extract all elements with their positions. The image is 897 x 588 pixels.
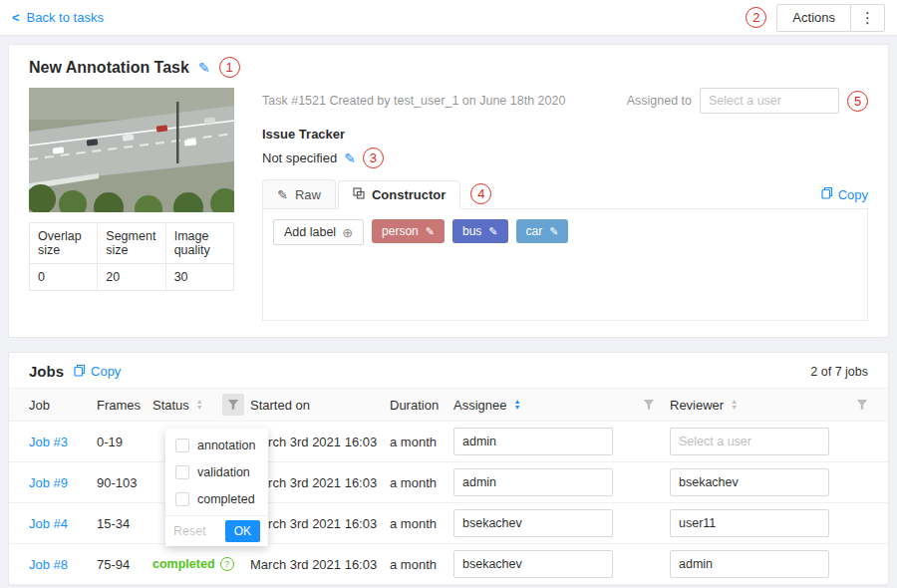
started-cell: March 3rd 2021 16:03 bbox=[250, 475, 390, 490]
edit-label-icon[interactable]: ✎ bbox=[426, 225, 435, 238]
copy-jobs-label: Copy bbox=[91, 364, 121, 379]
checkbox-completed[interactable] bbox=[175, 492, 189, 506]
duration-cell: a month bbox=[390, 475, 453, 490]
ellipsis-icon: ⋮ bbox=[860, 9, 875, 26]
label-tag-bus[interactable]: bus ✎ bbox=[452, 219, 508, 243]
edit-label-icon[interactable]: ✎ bbox=[488, 225, 497, 238]
reviewer-input[interactable] bbox=[670, 509, 829, 537]
plus-circle-icon: ⊕ bbox=[342, 225, 353, 240]
label-tag-bus-name: bus bbox=[462, 224, 481, 238]
job-link[interactable]: Job #4 bbox=[29, 516, 68, 531]
column-header-frames: Frames bbox=[97, 398, 152, 413]
copy-icon bbox=[74, 364, 86, 380]
sort-assignee-icon[interactable]: ▲▼ bbox=[513, 399, 520, 411]
status-filter-dropdown: annotation validation completed Reset OK bbox=[165, 429, 268, 546]
param-value-quality: 30 bbox=[165, 264, 233, 291]
copy-labels-link[interactable]: Copy bbox=[821, 186, 868, 202]
back-to-tasks-link[interactable]: < Back to tasks bbox=[12, 10, 104, 25]
labels-constructor-area: Add label ⊕ person ✎ bus ✎ car ✎ bbox=[262, 209, 868, 321]
reviewer-input[interactable] bbox=[670, 550, 829, 578]
task-preview-image bbox=[29, 88, 234, 212]
tab-constructor[interactable]: Constructor bbox=[338, 180, 460, 209]
duration-cell: a month bbox=[390, 435, 453, 449]
back-chevron-icon: < bbox=[12, 10, 20, 25]
job-link[interactable]: Job #8 bbox=[29, 557, 68, 572]
frames-cell: 0-19 bbox=[97, 435, 152, 449]
tab-raw[interactable]: ✎ Raw bbox=[262, 179, 336, 208]
param-value-overlap: 0 bbox=[30, 264, 98, 291]
filter-option-annotation-label: annotation bbox=[197, 439, 255, 452]
sort-status-icon[interactable]: ▲▼ bbox=[196, 399, 203, 411]
duration-cell: a month bbox=[390, 557, 453, 572]
column-header-duration: Duration bbox=[390, 398, 453, 413]
column-header-assignee: Assignee ▲▼ bbox=[453, 398, 628, 413]
checkbox-annotation[interactable] bbox=[175, 439, 189, 452]
assignee-input[interactable] bbox=[453, 428, 613, 455]
checkbox-validation[interactable] bbox=[175, 465, 189, 479]
annotation-circle-2: 2 bbox=[746, 7, 766, 28]
annotation-circle-1: 1 bbox=[219, 57, 240, 78]
assignee-input[interactable] bbox=[453, 509, 613, 537]
started-cell: March 3rd 2021 16:03 bbox=[250, 435, 390, 449]
label-tag-car[interactable]: car ✎ bbox=[516, 219, 569, 243]
edit-issue-tracker-icon[interactable]: ✎ bbox=[344, 150, 356, 166]
table-row: Job #4 15-34 March 3rd 2021 16:03 a mont… bbox=[9, 503, 888, 544]
status-filter-icon[interactable] bbox=[222, 394, 244, 416]
param-header-overlap: Overlap size bbox=[30, 223, 98, 264]
issue-tracker-value: Not specified bbox=[262, 150, 337, 165]
assignee-filter-cell bbox=[628, 394, 670, 416]
filter-option-annotation[interactable]: annotation bbox=[165, 432, 268, 458]
assigned-to-label: Assigned to bbox=[627, 94, 692, 108]
task-assignee-input[interactable] bbox=[700, 88, 839, 114]
assignee-filter-icon[interactable] bbox=[638, 394, 660, 416]
filter-option-completed-label: completed bbox=[197, 492, 255, 506]
copy-labels-label: Copy bbox=[838, 187, 868, 202]
jobs-card: Jobs Copy 2 of 7 jobs Job Frames Status … bbox=[8, 352, 889, 586]
actions-button-group: Actions ⋮ bbox=[776, 4, 885, 32]
task-card: New Annotation Task ✎ 1 bbox=[8, 44, 889, 338]
label-tag-person[interactable]: person ✎ bbox=[372, 219, 445, 243]
task-title: New Annotation Task bbox=[29, 59, 189, 77]
filter-ok-button[interactable]: OK bbox=[225, 520, 260, 542]
copy-jobs-link[interactable]: Copy bbox=[74, 364, 121, 380]
task-meta-text: Task #1521 Created by test_user_1 on Jun… bbox=[262, 94, 565, 108]
issue-tracker-label: Issue Tracker bbox=[262, 127, 868, 142]
annotation-circle-4: 4 bbox=[470, 183, 491, 204]
assignee-input[interactable] bbox=[453, 550, 613, 578]
label-tag-car-name: car bbox=[526, 224, 543, 238]
table-row: Job #3 0-19 March 3rd 2021 16:03 a month bbox=[9, 422, 888, 462]
job-link[interactable]: Job #9 bbox=[29, 475, 68, 490]
column-header-started: Started on bbox=[250, 398, 390, 413]
sort-reviewer-icon[interactable]: ▲▼ bbox=[731, 399, 738, 411]
filter-option-completed[interactable]: completed bbox=[165, 485, 268, 512]
column-header-job: Job bbox=[9, 398, 97, 413]
edit-task-name-icon[interactable]: ✎ bbox=[198, 60, 210, 76]
top-bar: < Back to tasks 2 Actions ⋮ bbox=[0, 0, 897, 36]
jobs-table-header: Job Frames Status ▲▼ Started on Duration… bbox=[9, 388, 888, 422]
frames-cell: 75-94 bbox=[97, 557, 152, 572]
column-header-reviewer: Reviewer ▲▼ bbox=[670, 398, 847, 413]
frames-cell: 15-34 bbox=[97, 516, 152, 531]
status-filter-cell bbox=[216, 394, 250, 416]
jobs-count: 2 of 7 jobs bbox=[810, 365, 868, 379]
column-header-status: Status ▲▼ bbox=[152, 398, 216, 413]
actions-button[interactable]: Actions bbox=[776, 4, 851, 32]
filter-option-validation[interactable]: validation bbox=[165, 458, 268, 485]
status-help-icon[interactable]: ? bbox=[220, 557, 234, 571]
reviewer-input[interactable] bbox=[670, 468, 829, 496]
add-label-button[interactable]: Add label ⊕ bbox=[273, 219, 364, 245]
status-completed-label: completed bbox=[152, 557, 215, 571]
reviewer-input[interactable] bbox=[670, 428, 829, 455]
back-to-tasks-label: Back to tasks bbox=[27, 10, 104, 25]
reviewer-filter-icon[interactable] bbox=[851, 394, 873, 416]
more-actions-button[interactable]: ⋮ bbox=[851, 4, 885, 32]
param-header-segment: Segment size bbox=[98, 223, 165, 264]
frames-cell: 90-103 bbox=[97, 475, 152, 490]
tab-raw-label: Raw bbox=[295, 187, 321, 202]
table-row: Job #9 90-103 March 3rd 2021 16:03 a mon… bbox=[9, 462, 888, 503]
filter-reset-button[interactable]: Reset bbox=[173, 524, 206, 538]
assignee-input[interactable] bbox=[453, 468, 613, 496]
job-link[interactable]: Job #3 bbox=[29, 435, 68, 449]
edit-label-icon[interactable]: ✎ bbox=[549, 225, 558, 238]
block-icon bbox=[353, 187, 365, 202]
